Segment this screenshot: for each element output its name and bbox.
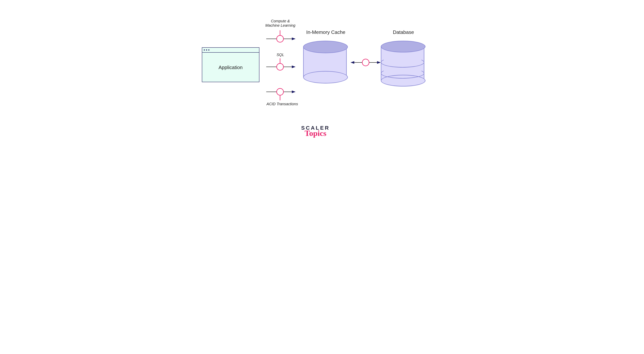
- application-label: Application: [202, 53, 259, 82]
- diagram-canvas: Application In-Memory Cache Database Com…: [180, 0, 464, 157]
- brand-logo: SCALER Topics: [301, 125, 330, 138]
- svg-point-2: [277, 36, 284, 42]
- svg-point-10: [277, 88, 284, 95]
- svg-marker-14: [377, 61, 381, 64]
- arrow-right-icon: [265, 85, 298, 102]
- window-dot-icon: [206, 50, 207, 50]
- cache-cylinder-icon: [303, 41, 347, 82]
- svg-marker-9: [292, 90, 296, 93]
- database-title: Database: [379, 29, 428, 35]
- window-dot-icon: [204, 50, 205, 50]
- connector-label: ACID Transactions: [264, 102, 301, 106]
- arrow-right-icon: [265, 28, 298, 46]
- application-titlebar: [202, 48, 259, 53]
- connector-cache-db: [350, 57, 381, 69]
- arrow-bidirectional-icon: [350, 57, 381, 68]
- svg-point-15: [362, 59, 369, 66]
- application-window: Application: [202, 47, 260, 82]
- svg-point-6: [277, 64, 284, 70]
- brand-subtitle: Topics: [301, 129, 330, 138]
- connector-label: Compute &: [271, 19, 290, 23]
- svg-marker-13: [350, 61, 354, 64]
- database-cylinder-icon: [381, 41, 424, 84]
- cache-title: In-Memory Cache: [301, 29, 350, 35]
- arrow-right-icon: [265, 56, 298, 74]
- svg-marker-5: [292, 66, 296, 68]
- connector-label: Machine Learning: [265, 23, 296, 28]
- window-dot-icon: [208, 50, 210, 50]
- svg-marker-1: [292, 38, 296, 40]
